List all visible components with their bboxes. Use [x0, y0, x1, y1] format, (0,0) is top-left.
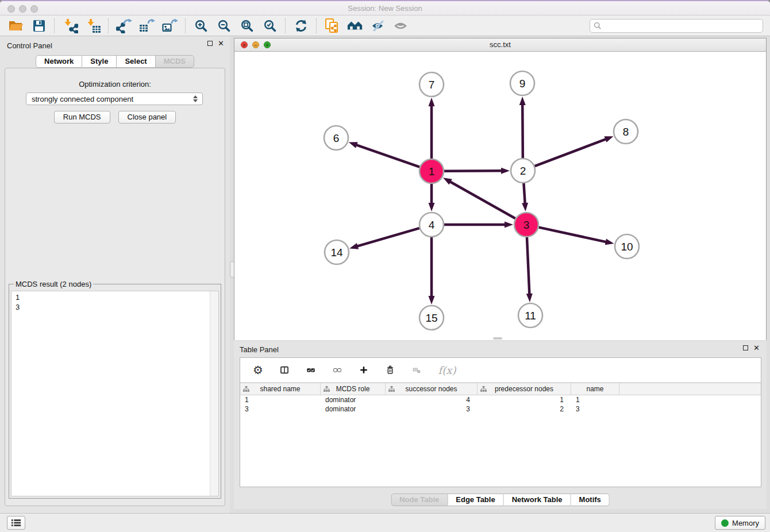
graph-edge-1-2[interactable] — [444, 171, 502, 171]
graph-edge-1-6[interactable] — [356, 145, 419, 167]
table-cell[interactable]: 2 — [478, 405, 571, 413]
table-panel-tabs: Node TableEdge TableNetwork TableMotifs — [391, 494, 610, 506]
table-settings-button[interactable]: ⚙ — [251, 363, 265, 377]
optimization-dropdown[interactable]: strongly connected component — [26, 92, 203, 105]
network-canvas[interactable]: 7968124314101511 — [234, 52, 766, 340]
result-scrollbar[interactable] — [210, 291, 218, 496]
graph-edge-3-1[interactable] — [449, 182, 515, 219]
table-cell[interactable]: 3 — [386, 405, 478, 413]
toolbar-separator — [285, 18, 286, 33]
column-header-shared-name[interactable]: shared name — [240, 383, 321, 395]
import-network-button[interactable] — [59, 17, 82, 35]
function-builder-button[interactable]: f(x) — [436, 363, 459, 377]
zoom-selected-icon — [263, 19, 277, 33]
table-cell[interactable]: 1 — [478, 396, 571, 404]
export-image-button[interactable] — [159, 17, 182, 35]
show-columns-button[interactable] — [277, 363, 292, 377]
graph-node-label: 15 — [425, 312, 437, 324]
graph-edge-2-9[interactable] — [522, 104, 523, 158]
toolbar-separator — [185, 18, 186, 33]
close-panel-button[interactable]: Close panel — [118, 111, 176, 124]
table-cell[interactable]: 3 — [571, 405, 619, 413]
graph-edge-arrow — [443, 178, 452, 184]
refresh-icon — [294, 19, 308, 33]
run-mcds-button[interactable]: Run MCDS — [54, 111, 110, 124]
search-input[interactable] — [604, 21, 759, 30]
zoom-fit-button[interactable] — [236, 17, 259, 35]
window-title: Session: New Session — [0, 4, 770, 13]
first-neighbors-button[interactable] — [344, 17, 367, 35]
unselect-all-columns-button[interactable] — [330, 363, 345, 377]
zoom-in-button[interactable] — [190, 17, 213, 35]
delete-table-button[interactable] — [409, 363, 424, 377]
zoom-selected-button[interactable] — [259, 17, 282, 35]
export-table-button[interactable] — [136, 17, 159, 35]
zoom-out-icon — [217, 19, 231, 33]
save-session-button[interactable] — [28, 17, 51, 35]
graph-edge-3-10[interactable] — [538, 228, 606, 242]
graph-edge-arrow — [519, 97, 526, 105]
tab-network-table[interactable]: Network Table — [504, 494, 571, 506]
graph-node-label: 3 — [523, 219, 530, 231]
tab-style[interactable]: Style — [82, 55, 117, 68]
table-cell[interactable]: 1 — [240, 396, 321, 404]
tab-motifs[interactable]: Motifs — [571, 494, 610, 506]
column-header-successor-nodes[interactable]: successor nodes — [386, 383, 478, 395]
graph-edge-4-14[interactable] — [357, 228, 419, 246]
network-window-titlebar[interactable]: × − + scc.txt — [234, 38, 766, 52]
column-header-MCDS-role[interactable]: MCDS role — [321, 383, 386, 395]
tab-mcds[interactable]: MCDS — [156, 55, 194, 68]
graph-edge-2-8[interactable] — [535, 139, 607, 166]
delete-column-button[interactable] — [383, 363, 398, 377]
clone-network-button[interactable] — [321, 17, 344, 35]
plus-icon — [360, 364, 368, 376]
tab-edge-table[interactable]: Edge Table — [448, 494, 503, 506]
table-cell[interactable]: dominator — [321, 396, 386, 404]
open-session-button[interactable] — [5, 17, 28, 35]
table-cell[interactable]: 4 — [386, 396, 478, 404]
table-cell[interactable]: 3 — [240, 405, 321, 413]
search-box[interactable] — [590, 19, 763, 33]
graph-edge-2-3[interactable] — [523, 183, 525, 204]
hierarchy-icon — [243, 386, 249, 392]
table-row[interactable]: 1dominator411 — [240, 395, 761, 404]
task-history-button[interactable] — [7, 516, 25, 530]
control-panel-title: Control Panel — [7, 41, 52, 50]
column-header-predecessor-nodes[interactable]: predecessor nodes — [478, 383, 571, 395]
create-column-button[interactable] — [356, 363, 371, 377]
search-icon — [594, 22, 602, 30]
copy-network-icon — [325, 18, 340, 33]
main-toolbar — [0, 16, 770, 36]
graph-edge-arrow — [605, 239, 614, 245]
mcds-result-title: MCDS result (2 nodes) — [14, 280, 93, 288]
network-window-title: scc.txt — [234, 40, 766, 49]
close-table-panel-icon[interactable]: ✕ — [753, 345, 760, 350]
memory-button[interactable]: Memory — [715, 516, 765, 530]
canvas-resize-handle[interactable] — [493, 337, 502, 340]
graph-node-label: 8 — [623, 126, 629, 138]
select-all-columns-button[interactable] — [303, 363, 318, 377]
window-titlebar: Session: New Session — [0, 0, 770, 16]
unchecked-checkboxes-icon — [333, 367, 341, 373]
memory-label: Memory — [732, 519, 759, 527]
close-panel-icon[interactable]: ✕ — [218, 41, 224, 46]
hide-selected-button[interactable] — [367, 17, 390, 35]
float-panel-icon[interactable] — [207, 41, 213, 46]
mcds-result-area[interactable]: 1 3 — [11, 291, 219, 496]
tab-select[interactable]: Select — [117, 55, 155, 68]
export-network-button[interactable] — [113, 17, 136, 35]
checked-checkboxes-icon — [307, 367, 315, 373]
float-table-panel-icon[interactable] — [743, 345, 748, 350]
table-row[interactable]: 3dominator323 — [240, 404, 761, 414]
apply-layout-button[interactable] — [290, 17, 313, 35]
import-table-button[interactable] — [82, 17, 105, 35]
tab-network[interactable]: Network — [36, 55, 82, 68]
column-header-name[interactable]: name — [571, 383, 619, 395]
tab-node-table[interactable]: Node Table — [391, 494, 448, 506]
graph-edge-3-11[interactable] — [527, 237, 529, 295]
network-graph: 7968124314101511 — [234, 52, 766, 340]
table-cell[interactable]: 1 — [571, 396, 619, 404]
table-cell[interactable]: dominator — [321, 405, 386, 413]
zoom-out-button[interactable] — [213, 17, 236, 35]
show-all-button[interactable] — [390, 17, 413, 35]
